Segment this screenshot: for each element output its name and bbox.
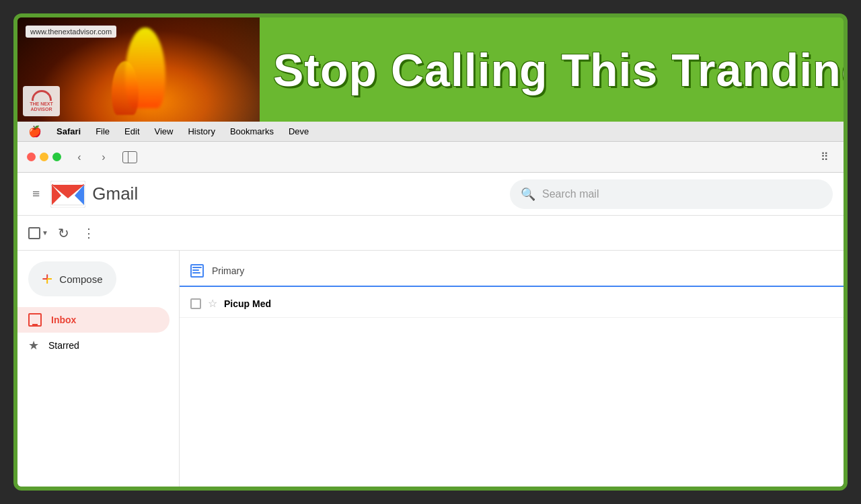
safari-menubar: 🍎 Safari File Edit View History Bookmark… <box>17 122 844 142</box>
grid-button[interactable]: ⠿ <box>815 148 834 167</box>
refresh-button[interactable]: ↻ <box>54 221 73 245</box>
file-menu-item[interactable]: File <box>96 126 110 136</box>
bookmarks-menu-item[interactable]: Bookmarks <box>230 126 274 136</box>
url-badge: www.thenextadvisor.com <box>26 26 116 38</box>
gmail-search[interactable]: 🔍 Search mail <box>510 179 833 209</box>
gmail-label: Gmail <box>92 183 138 204</box>
sidebar-toggle-button[interactable] <box>119 148 141 167</box>
gmail-area: ≡ Gmail <box>17 173 844 487</box>
browser-area: 🍎 Safari File Edit View History Bookmark… <box>17 122 844 487</box>
gmail-logo-icon <box>50 181 85 208</box>
primary-tab-icon <box>190 264 204 278</box>
more-options-button[interactable]: ⋮ <box>79 222 99 245</box>
traffic-lights <box>27 153 61 161</box>
fire-background: www.thenextadvisor.com THE NEXTADVISOR <box>17 17 260 122</box>
logo-text: THE NEXTADVISOR <box>30 101 53 113</box>
starred-label: Starred <box>48 340 79 351</box>
star-icon: ★ <box>28 338 39 353</box>
sidebar-item-inbox[interactable]: Inbox <box>17 307 170 333</box>
forward-button[interactable]: › <box>95 149 112 166</box>
email-star[interactable]: ☆ <box>208 297 217 310</box>
search-placeholder-text: Search mail <box>542 188 599 200</box>
gmail-main: Primary ☆ Picup Med <box>179 251 844 487</box>
email-checkbox[interactable] <box>190 298 201 309</box>
select-dropdown-arrow[interactable]: ▼ <box>42 229 48 237</box>
edit-menu-item[interactable]: Edit <box>124 126 139 136</box>
close-button[interactable] <box>27 153 36 161</box>
compose-plus-icon: + <box>42 268 52 290</box>
search-icon: 🔍 <box>521 187 535 202</box>
logo-badge: THE NEXTADVISOR <box>23 86 60 116</box>
gmail-body: + Compose Inbox ★ Starred <box>17 251 844 487</box>
compose-label: Compose <box>59 274 102 285</box>
apple-menu-icon[interactable]: 🍎 <box>28 125 42 138</box>
svg-rect-1 <box>192 267 202 268</box>
safari-menu-item[interactable]: Safari <box>57 126 81 136</box>
email-sender: Picup Med <box>224 298 311 309</box>
safari-toolbar: ‹ › ⠿ <box>17 142 844 173</box>
maximize-button[interactable] <box>52 153 61 161</box>
select-all-area[interactable]: ▼ <box>28 227 48 239</box>
view-menu-item[interactable]: View <box>155 126 174 136</box>
gmail-logo-area: Gmail <box>50 181 138 208</box>
select-all-checkbox[interactable] <box>28 227 40 239</box>
gmail-header: ≡ Gmail <box>17 173 844 216</box>
hamburger-icon[interactable]: ≡ <box>28 182 44 206</box>
toolbar-left: ▼ ↻ ⋮ <box>28 221 99 245</box>
compose-button[interactable]: + Compose <box>28 261 116 296</box>
sidebar-item-starred[interactable]: ★ Starred <box>17 333 170 358</box>
outer-frame: www.thenextadvisor.com THE NEXTADVISOR S… <box>13 13 848 491</box>
history-menu-item[interactable]: History <box>188 126 215 136</box>
email-row[interactable]: ☆ Picup Med <box>180 290 844 318</box>
banner-title-area: Stop Calling This Tranding <box>260 17 848 122</box>
sidebar-icon <box>122 151 137 163</box>
gmail-sidebar: + Compose Inbox ★ Starred <box>17 251 179 487</box>
banner-title: Stop Calling This Tranding <box>273 47 848 93</box>
inbox-label: Inbox <box>51 314 76 325</box>
svg-rect-2 <box>192 269 199 271</box>
back-button[interactable]: ‹ <box>71 149 88 166</box>
inbox-icon <box>28 313 42 327</box>
minimize-button[interactable] <box>40 153 48 161</box>
primary-tab-label: Primary <box>212 265 244 276</box>
banner-row: www.thenextadvisor.com THE NEXTADVISOR S… <box>17 17 844 122</box>
develop-menu-item[interactable]: Deve <box>289 126 309 136</box>
gmail-toolbar: ▼ ↻ ⋮ <box>17 216 844 251</box>
search-box[interactable]: 🔍 Search mail <box>510 179 833 209</box>
primary-tab[interactable]: Primary <box>180 256 844 287</box>
svg-rect-3 <box>192 272 200 274</box>
